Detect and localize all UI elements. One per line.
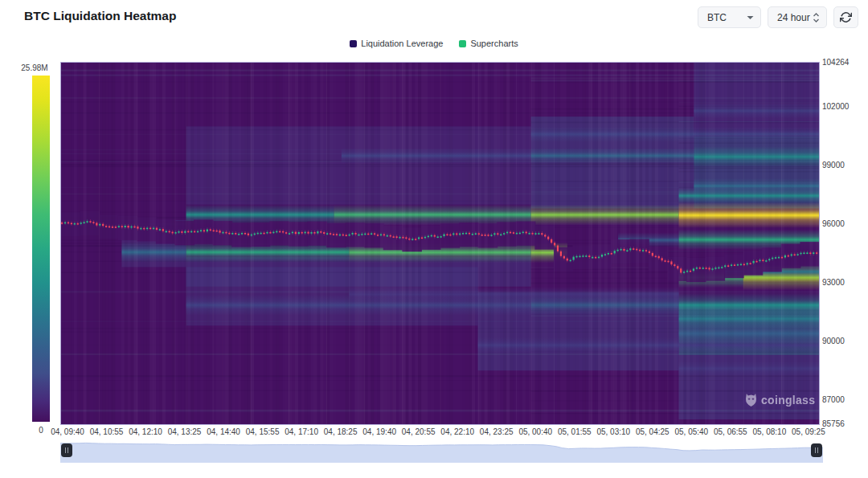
navigator-minimap[interactable] bbox=[60, 440, 823, 463]
interval-select-value: 24 hour bbox=[777, 12, 810, 23]
chart-legend: Liquidation Leverage Supercharts bbox=[0, 39, 868, 48]
price-tick-label: 90000 bbox=[822, 337, 845, 345]
liquidation-heatmap-canvas[interactable] bbox=[60, 62, 820, 425]
time-tick-label: 04, 14:40 bbox=[207, 427, 240, 436]
time-tick-label: 04, 13:25 bbox=[168, 427, 202, 436]
legend-swatch-green bbox=[459, 40, 466, 47]
time-tick-label: 05, 09:25 bbox=[792, 427, 825, 436]
legend-label: Supercharts bbox=[470, 39, 518, 48]
navigator-left-handle[interactable] bbox=[61, 443, 72, 457]
legend-item-supercharts[interactable]: Supercharts bbox=[459, 39, 518, 48]
time-tick-label: 04, 09:40 bbox=[51, 427, 84, 436]
time-tick-label: 04, 20:55 bbox=[402, 427, 436, 436]
time-tick-label: 05, 01:55 bbox=[558, 427, 592, 436]
price-tick-label: 99000 bbox=[822, 161, 845, 170]
legend-item-liquidation-leverage[interactable]: Liquidation Leverage bbox=[350, 39, 443, 48]
time-tick-label: 05, 06:55 bbox=[714, 427, 747, 436]
chevron-down-icon bbox=[747, 15, 754, 20]
price-tick-label: 104264 bbox=[822, 58, 849, 67]
time-tick-label: 04, 15:55 bbox=[246, 427, 280, 436]
price-tick-label: 102000 bbox=[822, 102, 849, 111]
refresh-icon bbox=[840, 11, 852, 23]
chevron-up-down-icon bbox=[813, 12, 820, 23]
price-tick-label: 93000 bbox=[822, 278, 845, 287]
refresh-button[interactable] bbox=[833, 6, 858, 28]
time-tick-label: 04, 10:55 bbox=[90, 427, 124, 436]
time-axis: 04, 09:4004, 10:5504, 12:1004, 13:2504, … bbox=[0, 427, 868, 438]
legend-label: Liquidation Leverage bbox=[361, 39, 443, 48]
header-controls: BTC 24 hour bbox=[698, 6, 858, 28]
symbol-select-value: BTC bbox=[707, 12, 727, 23]
symbol-select[interactable]: BTC bbox=[698, 6, 761, 28]
price-tick-label: 87000 bbox=[822, 395, 845, 404]
page-title: BTC Liquidation Heatmap bbox=[24, 9, 176, 23]
colorbar bbox=[32, 76, 50, 422]
time-tick-label: 04, 18:25 bbox=[324, 427, 358, 436]
liquidation-heatmap-page: BTC Liquidation Heatmap BTC 24 hour Liqu… bbox=[0, 0, 868, 478]
time-tick-label: 04, 19:40 bbox=[362, 427, 396, 436]
time-tick-label: 05, 05:40 bbox=[674, 427, 708, 436]
time-tick-label: 04, 12:10 bbox=[129, 427, 162, 436]
legend-swatch-purple bbox=[350, 40, 357, 47]
colorbar-max-label: 25.98M bbox=[18, 63, 51, 72]
time-tick-label: 05, 04:25 bbox=[636, 427, 669, 436]
interval-select[interactable]: 24 hour bbox=[768, 6, 827, 28]
time-tick-label: 05, 08:10 bbox=[753, 427, 787, 436]
time-tick-label: 05, 03:10 bbox=[596, 427, 630, 436]
time-tick-label: 04, 22:10 bbox=[440, 427, 474, 436]
time-tick-label: 05, 00:40 bbox=[518, 427, 552, 436]
time-tick-label: 04, 17:10 bbox=[285, 427, 318, 436]
navigator-right-handle[interactable] bbox=[811, 443, 822, 457]
price-tick-label: 96000 bbox=[822, 219, 845, 228]
time-tick-label: 04, 23:25 bbox=[480, 427, 514, 436]
